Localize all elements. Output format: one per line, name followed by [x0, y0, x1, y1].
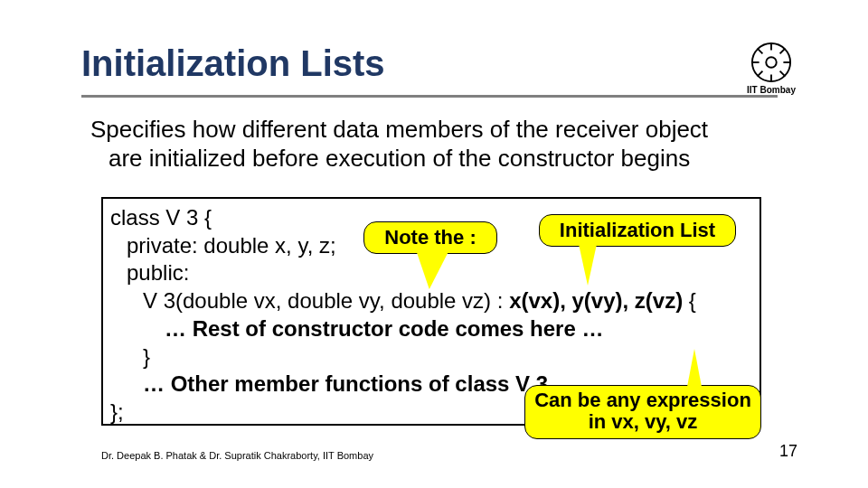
svg-line-9	[758, 71, 763, 77]
callout-tail	[579, 244, 597, 286]
code-line: … Rest of constructor code comes here …	[110, 315, 752, 343]
code-frag: V 3(double vx, double vy, double vz) :	[143, 288, 509, 313]
code-frag: {	[683, 288, 696, 313]
slide-number: 17	[779, 442, 797, 461]
footer-credits: Dr. Deepak B. Phatak & Dr. Supratik Chak…	[101, 450, 373, 461]
svg-line-8	[780, 49, 786, 54]
callout-text: Initialization List	[560, 219, 715, 241]
callout-initialization-list: Initialization List	[539, 214, 736, 247]
callout-note: Note the :	[363, 221, 497, 254]
svg-point-1	[766, 57, 777, 68]
callout-text: in vx, vy, vz	[533, 411, 753, 433]
callout-tail	[687, 349, 702, 387]
slide-title: Initialization Lists	[81, 43, 385, 84]
callout-tail	[417, 253, 453, 289]
logo-block: IIT Bombay	[745, 42, 797, 95]
code-line: }	[110, 343, 752, 371]
logo-caption: IIT Bombay	[745, 85, 797, 95]
callout-text: Can be any expression	[533, 389, 753, 411]
svg-line-7	[780, 71, 786, 77]
title-underline	[81, 95, 778, 98]
svg-line-6	[758, 49, 763, 54]
callout-text: Note the :	[384, 226, 476, 249]
body-text: Specifies how different data members of …	[90, 116, 778, 173]
body-line: Specifies how different data members of …	[90, 116, 778, 145]
iit-bombay-logo-icon	[750, 42, 792, 83]
code-init-list: x(vx), y(vy), z(vz)	[509, 288, 683, 313]
callout-expression: Can be any expression in vx, vy, vz	[524, 385, 761, 439]
slide: Initialization Lists IIT Bombay	[0, 0, 868, 488]
body-line: are initialized before execution of the …	[90, 145, 778, 174]
code-line: V 3(double vx, double vy, double vz) : x…	[110, 287, 752, 315]
